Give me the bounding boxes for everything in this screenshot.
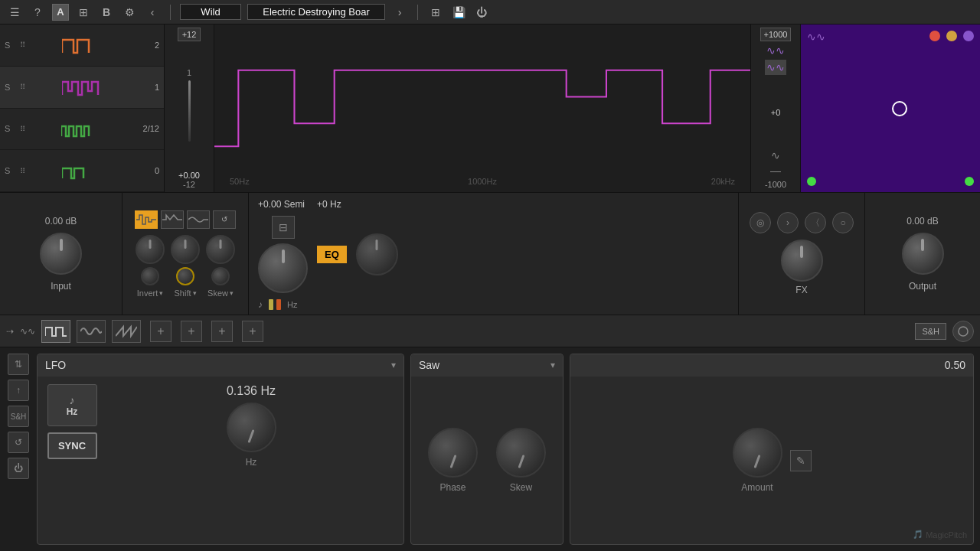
lfo-hz-col: 0.136 Hz Hz: [106, 384, 396, 536]
mod-bar-yellow[interactable]: [269, 299, 273, 310]
xy-cursor[interactable]: [892, 101, 907, 116]
magic-pitch-icon: 🎵: [913, 530, 923, 540]
lfo-hz-sub-label: Hz: [246, 457, 257, 468]
osc-item-2[interactable]: S ⠿ 1: [0, 67, 164, 109]
pitch-controls: ⊟ EQ: [258, 216, 729, 293]
wf-label-50hz: 50Hz: [230, 177, 250, 186]
osc-grid-icon-2[interactable]: ⠿: [20, 83, 25, 91]
lfo-dropdown-icon[interactable]: ▾: [391, 360, 396, 370]
shift-dropdown[interactable]: ▾: [193, 289, 197, 297]
lfo-arrows-icon[interactable]: ⇅: [8, 354, 29, 375]
wave-circle-btn[interactable]: [952, 321, 974, 342]
wave-icon-squiggle[interactable]: ∿∿: [766, 44, 785, 57]
osc-item-3[interactable]: S ⠿ 2/12: [0, 109, 164, 151]
save-icon[interactable]: 💾: [450, 4, 467, 21]
waveform-svg: [214, 24, 750, 169]
lfo-sh-icon[interactable]: S&H: [8, 406, 29, 427]
amount-knob[interactable]: [733, 428, 782, 478]
wave-icon-squiggle-2[interactable]: ∿∿: [765, 60, 786, 75]
wave-btn-saw[interactable]: [112, 320, 141, 343]
filter-reset-btn[interactable]: ↺: [213, 210, 236, 229]
db-slider-track[interactable]: [188, 80, 191, 142]
invert-sub-knob[interactable]: [141, 267, 159, 285]
xy-dot-orange[interactable]: [946, 31, 957, 41]
db-slider[interactable]: 1: [187, 41, 191, 168]
lfo-hz-icon-box[interactable]: ♪ Hz: [47, 384, 97, 426]
saw-phase-knob[interactable]: [428, 428, 478, 478]
eq-button[interactable]: EQ: [317, 246, 347, 263]
wave-btn-sine[interactable]: [77, 320, 106, 343]
sh-button[interactable]: S&H: [915, 323, 946, 340]
input-knob[interactable]: [40, 233, 82, 275]
forward-arrow-icon[interactable]: ›: [391, 4, 408, 21]
fx-wave-icon[interactable]: 〈: [805, 212, 826, 233]
mixer-icon[interactable]: ⊞: [75, 4, 92, 21]
pitch-step-icon[interactable]: ⊟: [272, 216, 295, 239]
settings-icon[interactable]: ⚙: [121, 4, 138, 21]
magic-pitch-logo: 🎵 MagicPitch: [913, 530, 967, 540]
wave-wave-icon[interactable]: ∿∿: [20, 326, 35, 337]
wave-chain-icon[interactable]: ⇢: [6, 326, 14, 337]
lfo-sync-button[interactable]: SYNC: [47, 432, 97, 459]
lfo-up-icon[interactable]: ↑: [8, 380, 29, 401]
fx-circle-icon[interactable]: ○: [832, 212, 854, 233]
osc-wave-4: [30, 156, 139, 185]
letter-a-button[interactable]: A: [52, 4, 69, 21]
wave-btn-square[interactable]: [41, 320, 70, 343]
invert-knob[interactable]: [136, 235, 165, 264]
fx-arrow-icon[interactable]: ›: [777, 212, 799, 233]
skew-knob[interactable]: [206, 235, 235, 264]
right-db-top-value: +1000: [760, 28, 792, 41]
plus-btn-1[interactable]: +: [150, 321, 172, 342]
shift-sub-knob[interactable]: [176, 267, 194, 285]
pitch-main-knob[interactable]: [258, 243, 308, 293]
xy-pad[interactable]: ∿∿: [800, 24, 980, 192]
settings-2-icon[interactable]: ⊞: [427, 4, 444, 21]
lfo-note-icon: ♪: [70, 394, 75, 406]
pitch-mod-bars[interactable]: [269, 299, 281, 310]
osc-grid-icon-4[interactable]: ⠿: [20, 167, 25, 175]
plus-btn-3[interactable]: +: [211, 321, 233, 342]
skew-sub-knob[interactable]: [211, 267, 230, 285]
invert-dropdown[interactable]: ▾: [159, 289, 163, 297]
pitch-hz-knob[interactable]: [356, 233, 398, 276]
plus-btn-2[interactable]: +: [181, 321, 202, 342]
plus-btn-4[interactable]: +: [242, 321, 263, 342]
osc-item-4[interactable]: S ⠿ 0: [0, 150, 164, 192]
xy-dot-red[interactable]: [929, 31, 940, 41]
saw-dropdown-icon[interactable]: ▾: [550, 360, 555, 370]
bold-b-button[interactable]: B: [98, 4, 115, 21]
mod-bar-orange[interactable]: [276, 299, 281, 310]
shift-knob[interactable]: [171, 235, 200, 264]
wave-icon-sine[interactable]: ∿: [771, 149, 780, 161]
xy-dot-purple[interactable]: [963, 31, 974, 41]
lfo-hz-knob[interactable]: [227, 403, 276, 452]
fx-knob-icon-1[interactable]: ◎: [750, 212, 771, 233]
osc-grid-icon-3[interactable]: ⠿: [20, 125, 25, 133]
lfo-hz-value: 0.136 Hz: [227, 384, 276, 398]
bottom-section: ⇢ ∿∿ + + + + S&H: [0, 315, 980, 551]
power-icon[interactable]: ⏻: [473, 4, 490, 21]
saw-skew-knob[interactable]: [496, 428, 546, 478]
osc-grid-icon-1[interactable]: ⠿: [20, 41, 25, 49]
lfo-undo-icon[interactable]: ↺: [8, 432, 29, 453]
back-arrow-icon[interactable]: ‹: [144, 4, 161, 21]
help-icon[interactable]: ?: [29, 4, 46, 21]
preset-name[interactable]: Wild: [180, 4, 241, 20]
lfo-power-icon[interactable]: ⏻: [8, 458, 29, 479]
filter-mode-btn-2[interactable]: [161, 210, 184, 229]
lfo-hz-label: Hz: [67, 406, 78, 417]
amount-edit-btn[interactable]: ✎: [790, 450, 812, 471]
fx-knob[interactable]: [781, 240, 823, 282]
filter-mode-btn-3[interactable]: [187, 210, 210, 229]
output-knob[interactable]: [902, 233, 944, 275]
filter-mode-btn-1[interactable]: [135, 210, 158, 229]
osc-item-1[interactable]: S ⠿ 2: [0, 24, 164, 67]
output-section: 0.00 dB Output: [865, 193, 980, 315]
osc-num-1: 2: [144, 41, 159, 50]
skew-dropdown[interactable]: ▾: [230, 289, 234, 297]
patch-name[interactable]: Electric Destroying Boar: [247, 4, 385, 20]
menu-icon[interactable]: ☰: [6, 4, 23, 21]
xy-bot-left-dot[interactable]: [807, 177, 816, 186]
xy-bot-right-dot[interactable]: [965, 177, 974, 186]
